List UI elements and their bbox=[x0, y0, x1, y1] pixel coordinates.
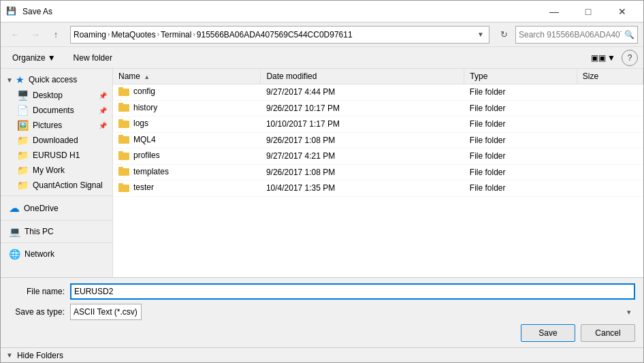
column-type[interactable]: Type bbox=[464, 69, 577, 84]
file-table: Name ▲ Date modified Type Size bbox=[113, 69, 643, 197]
folder-icon bbox=[118, 103, 129, 112]
column-date-modified[interactable]: Date modified bbox=[261, 69, 464, 84]
cell-name: logs bbox=[113, 116, 261, 133]
table-row[interactable]: history 9/26/2017 10:17 PM File folder bbox=[113, 100, 643, 116]
folder-icon bbox=[118, 183, 129, 192]
sidebar-item-downloaded[interactable]: 📁 Downloaded bbox=[1, 133, 112, 148]
file-name: tester bbox=[133, 183, 154, 192]
maximize-button[interactable]: □ bbox=[573, 1, 604, 22]
sidebar-item-desktop[interactable]: 🖥️ Desktop 📌 bbox=[1, 88, 112, 103]
hide-folders-label: Hide Folders bbox=[17, 351, 63, 360]
address-bar[interactable]: Roaming › MetaQuotes › Terminal › 915566… bbox=[70, 26, 489, 44]
network-item[interactable]: 🌐 Network bbox=[1, 246, 112, 262]
forward-button[interactable]: → bbox=[27, 26, 44, 44]
column-size[interactable]: Size bbox=[577, 69, 643, 84]
sidebar-item-eurusd-h1[interactable]: 📁 EURUSD H1 bbox=[1, 148, 112, 163]
filename-input[interactable] bbox=[70, 283, 635, 300]
view-icon: ▣▣ bbox=[591, 53, 606, 63]
address-dropdown-icon[interactable]: ▼ bbox=[475, 27, 486, 43]
organize-chevron-icon: ▼ bbox=[48, 53, 56, 63]
desktop-icon: 🖥️ bbox=[17, 90, 29, 101]
column-name[interactable]: Name ▲ bbox=[113, 69, 261, 84]
sidebar-divider-3 bbox=[1, 242, 112, 243]
refresh-button[interactable]: ↻ bbox=[495, 26, 513, 44]
view-button[interactable]: ▣▣ ▼ bbox=[587, 50, 619, 66]
cell-name: tester bbox=[113, 180, 261, 197]
quantaction-icon: 📁 bbox=[17, 180, 29, 191]
cell-size bbox=[577, 164, 643, 180]
cell-size bbox=[577, 132, 643, 148]
cell-date: 9/26/2017 1:08 PM bbox=[261, 164, 464, 180]
dialog-icon: 💾 bbox=[6, 6, 17, 17]
dialog-title: Save As bbox=[22, 7, 52, 16]
network-label: Network bbox=[25, 249, 54, 259]
file-row-icon: logs bbox=[118, 119, 148, 128]
search-input[interactable] bbox=[519, 30, 622, 40]
cell-type: File folder bbox=[464, 100, 577, 116]
cell-type: File folder bbox=[464, 132, 577, 148]
search-icon: 🔍 bbox=[624, 30, 634, 40]
table-row[interactable]: MQL4 9/26/2017 1:08 PM File folder bbox=[113, 132, 643, 148]
table-row[interactable]: tester 10/4/2017 1:35 PM File folder bbox=[113, 180, 643, 197]
view-chevron-icon: ▼ bbox=[607, 53, 615, 63]
cell-size bbox=[577, 84, 643, 101]
back-button[interactable]: ← bbox=[6, 26, 24, 44]
hide-folders-bar[interactable]: ▼ Hide Folders bbox=[1, 347, 643, 362]
path-arrow-3: › bbox=[193, 31, 195, 38]
sidebar-item-documents[interactable]: 📄 Documents 📌 bbox=[1, 103, 112, 118]
table-row[interactable]: config 9/27/2017 4:44 PM File folder bbox=[113, 84, 643, 101]
cell-date: 10/4/2017 1:35 PM bbox=[261, 180, 464, 197]
title-bar-controls: — □ ✕ bbox=[538, 1, 638, 22]
search-box[interactable]: 🔍 bbox=[515, 26, 638, 44]
file-name: MQL4 bbox=[133, 135, 156, 144]
up-button[interactable]: ↑ bbox=[47, 26, 65, 44]
cell-date: 9/26/2017 10:17 PM bbox=[261, 100, 464, 116]
filetype-select[interactable]: ASCII Text (*.csv) bbox=[70, 304, 142, 320]
organize-button[interactable]: Organize ▼ bbox=[6, 50, 62, 66]
folder-icon bbox=[118, 119, 129, 128]
cell-type: File folder bbox=[464, 148, 577, 165]
sidebar-divider-2 bbox=[1, 220, 112, 221]
filetype-select-wrapper: ASCII Text (*.csv) bbox=[70, 304, 635, 320]
quick-access-header[interactable]: ▼ ★ Quick access bbox=[1, 72, 112, 88]
cancel-button[interactable]: Cancel bbox=[581, 324, 635, 342]
table-row[interactable]: profiles 9/27/2017 4:21 PM File folder bbox=[113, 148, 643, 165]
new-folder-button[interactable]: New folder bbox=[67, 50, 118, 66]
folder-icon bbox=[118, 151, 129, 160]
file-name: logs bbox=[133, 119, 148, 128]
sidebar-item-quantaction-signal[interactable]: 📁 QuantAction Signal bbox=[1, 178, 112, 193]
cell-size bbox=[577, 180, 643, 197]
file-name: templates bbox=[133, 167, 169, 176]
desktop-pin-icon: 📌 bbox=[99, 92, 107, 99]
file-name: profiles bbox=[133, 151, 160, 160]
cell-date: 10/10/2017 1:17 PM bbox=[261, 116, 464, 133]
cell-date: 9/27/2017 4:21 PM bbox=[261, 148, 464, 165]
folder-icon bbox=[118, 167, 129, 176]
folder-icon bbox=[118, 87, 129, 96]
downloaded-icon: 📁 bbox=[17, 135, 29, 146]
sidebar-item-downloaded-label: Downloaded bbox=[33, 136, 78, 145]
cell-name: history bbox=[113, 100, 261, 116]
table-header-row: Name ▲ Date modified Type Size bbox=[113, 69, 643, 84]
table-row[interactable]: logs 10/10/2017 1:17 PM File folder bbox=[113, 116, 643, 133]
onedrive-item[interactable]: ☁ OneDrive bbox=[1, 199, 112, 217]
cell-size bbox=[577, 148, 643, 165]
close-button[interactable]: ✕ bbox=[607, 1, 638, 22]
sidebar-item-my-work[interactable]: 📁 My Work bbox=[1, 163, 112, 178]
table-row[interactable]: templates 9/26/2017 1:08 PM File folder bbox=[113, 164, 643, 180]
filename-label: File name: bbox=[9, 287, 70, 296]
file-row-icon: history bbox=[118, 103, 157, 112]
filename-row: File name: bbox=[9, 283, 635, 300]
file-row-icon: MQL4 bbox=[118, 135, 156, 144]
secondary-toolbar: Organize ▼ New folder ▣▣ ▼ ? bbox=[1, 47, 643, 69]
thispc-item[interactable]: 💻 This PC bbox=[1, 223, 112, 240]
sidebar-item-pictures-label: Pictures bbox=[33, 121, 62, 130]
minimize-button[interactable]: — bbox=[538, 1, 570, 22]
thispc-icon: 💻 bbox=[9, 226, 20, 237]
thispc-label: This PC bbox=[25, 227, 54, 236]
sidebar-divider-1 bbox=[1, 195, 112, 196]
sidebar-item-pictures[interactable]: 🖼️ Pictures 📌 bbox=[1, 118, 112, 133]
save-button[interactable]: Save bbox=[521, 324, 575, 342]
quick-access-label: Quick access bbox=[29, 75, 77, 84]
help-button[interactable]: ? bbox=[622, 50, 638, 66]
